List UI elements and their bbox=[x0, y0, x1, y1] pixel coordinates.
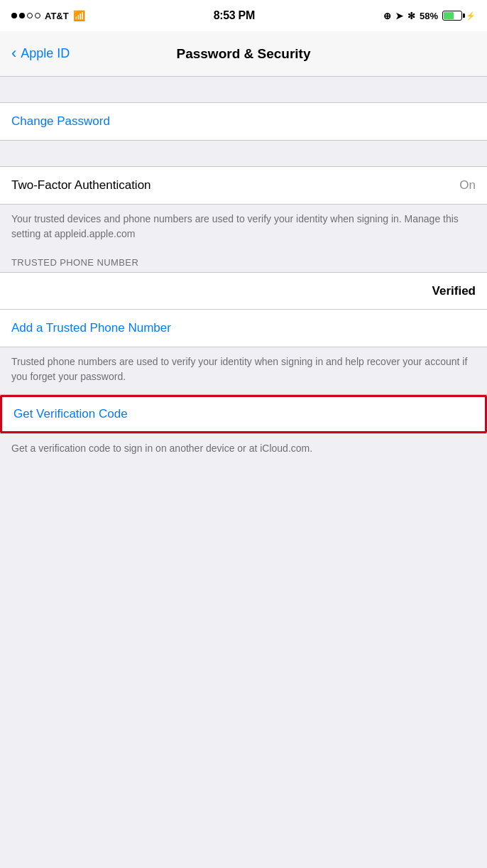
signal-dot-2 bbox=[19, 13, 25, 18]
bluetooth-icon: ✻ bbox=[407, 11, 415, 21]
verification-code-description: Get a verification code to sign in on an… bbox=[0, 434, 487, 466]
back-button[interactable]: ‹ Apple ID bbox=[11, 46, 75, 61]
signal-dot-4 bbox=[35, 13, 40, 18]
two-factor-description: Your trusted devices and phone numbers a… bbox=[0, 205, 487, 251]
signal-dots bbox=[11, 13, 40, 18]
battery-fill bbox=[444, 12, 454, 19]
change-password-label[interactable]: Change Password bbox=[11, 114, 110, 129]
two-factor-value: On bbox=[459, 178, 476, 192]
trusted-phone-header: TRUSTED PHONE NUMBER bbox=[0, 251, 487, 272]
lightning-icon: ⚡ bbox=[466, 11, 476, 21]
two-factor-cell: Two-Factor Authentication On bbox=[0, 167, 487, 204]
battery-container: ⚡ bbox=[442, 11, 476, 21]
status-left: AT&T 📶 bbox=[11, 10, 85, 21]
status-right: ⊕ ➤ ✻ 58% ⚡ bbox=[383, 11, 476, 21]
get-verification-code-label[interactable]: Get Verification Code bbox=[13, 407, 128, 421]
change-password-group: Change Password bbox=[0, 102, 487, 141]
verification-code-group: Get Verification Code bbox=[0, 394, 487, 434]
carrier-label: AT&T bbox=[45, 11, 69, 21]
signal-dot-1 bbox=[11, 13, 17, 18]
add-phone-label[interactable]: Add a Trusted Phone Number bbox=[11, 321, 171, 335]
wifi-icon: 📶 bbox=[73, 10, 85, 21]
trusted-phone-description: Trusted phone numbers are used to verify… bbox=[0, 347, 487, 394]
back-chevron-icon: ‹ bbox=[11, 45, 16, 61]
battery-percent: 58% bbox=[420, 11, 438, 21]
back-button-label: Apple ID bbox=[21, 46, 70, 61]
get-verification-code-cell[interactable]: Get Verification Code bbox=[0, 395, 487, 433]
signal-dot-3 bbox=[27, 13, 33, 18]
trusted-phone-group: Verified Add a Trusted Phone Number bbox=[0, 272, 487, 347]
page-title: Password & Security bbox=[176, 46, 310, 62]
change-password-cell[interactable]: Change Password bbox=[0, 103, 487, 140]
status-bar: AT&T 📶 8:53 PM ⊕ ➤ ✻ 58% ⚡ bbox=[0, 0, 487, 31]
verified-label: Verified bbox=[432, 284, 476, 298]
navigation-icon: ➤ bbox=[395, 11, 403, 21]
spacer-2 bbox=[0, 141, 487, 166]
navigation-bar: ‹ Apple ID Password & Security bbox=[0, 31, 487, 77]
verified-cell: Verified bbox=[0, 273, 487, 310]
spacer-1 bbox=[0, 77, 487, 102]
two-factor-label: Two-Factor Authentication bbox=[11, 178, 151, 192]
battery-icon bbox=[442, 11, 462, 21]
time-display: 8:53 PM bbox=[214, 9, 255, 22]
location-icon: ⊕ bbox=[383, 11, 391, 21]
two-factor-group: Two-Factor Authentication On bbox=[0, 166, 487, 205]
add-phone-cell[interactable]: Add a Trusted Phone Number bbox=[0, 310, 487, 347]
